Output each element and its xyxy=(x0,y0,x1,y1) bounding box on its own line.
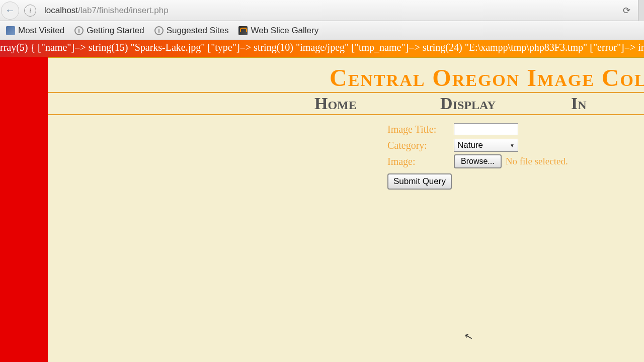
category-select[interactable]: Nature ▼ xyxy=(454,139,518,152)
bookmarks-bar: Most Visited Getting Started Suggested S… xyxy=(0,21,644,40)
bookmark-label: Getting Started xyxy=(87,26,144,36)
file-status-text: No file selected. xyxy=(506,156,568,167)
nav-home[interactable]: Home xyxy=(314,93,440,114)
nav-insert[interactable]: In xyxy=(571,93,587,114)
browse-button[interactable]: Browse... xyxy=(454,154,502,168)
nav-display[interactable]: Display xyxy=(440,93,571,114)
url-bar[interactable]: localhost/lab7/finished/insert.php xyxy=(40,3,619,18)
nav-spacer xyxy=(48,93,314,114)
image-title-input[interactable] xyxy=(454,123,518,135)
bookmark-suggested-sites[interactable]: Suggested Sites xyxy=(150,24,233,38)
form-row-title: Image Title: xyxy=(387,122,568,136)
browser-toolbar: ← i localhost/lab7/finished/insert.php ⟳ xyxy=(0,0,644,21)
php-debug-output: rray(5) { ["name"]=> string(15) "Sparks-… xyxy=(0,40,644,57)
site-info-icon[interactable]: i xyxy=(24,5,36,17)
bookmark-label: Suggested Sites xyxy=(167,26,229,36)
chevron-down-icon: ▼ xyxy=(510,143,515,148)
site-title: Central Oregon Image Coll xyxy=(330,58,644,92)
form-row-image: Image: Browse... No file selected. xyxy=(387,154,568,168)
image-title-label: Image Title: xyxy=(387,124,454,135)
form-row-category: Category: Nature ▼ xyxy=(387,138,568,152)
category-label: Category: xyxy=(387,140,454,151)
url-host: localhost xyxy=(44,6,78,16)
category-selected-value: Nature xyxy=(457,140,483,150)
back-arrow-icon: ← xyxy=(5,5,15,16)
url-path: /lab7/finished/insert.php xyxy=(78,6,169,16)
bookmark-getting-started[interactable]: Getting Started xyxy=(70,24,148,38)
bookmark-label: Web Slice Gallery xyxy=(251,26,318,36)
main-nav: Home Display In xyxy=(48,92,644,115)
mouse-cursor-icon: ↖ xyxy=(463,329,474,343)
globe-icon xyxy=(74,26,84,35)
submit-button[interactable]: Submit Query xyxy=(387,173,452,190)
bookmark-web-slice[interactable]: Web Slice Gallery xyxy=(234,24,323,38)
toolbar-right-edge xyxy=(638,0,644,21)
back-button[interactable]: ← xyxy=(1,2,19,20)
bookmark-label: Most Visited xyxy=(18,26,64,36)
web-slice-icon xyxy=(238,26,248,35)
page-body: Central Oregon Image Coll Home Display I… xyxy=(0,57,644,362)
globe-icon xyxy=(154,26,164,35)
bookmark-icon xyxy=(6,26,15,35)
bookmark-most-visited[interactable]: Most Visited xyxy=(2,24,68,38)
image-file-label: Image: xyxy=(387,156,454,167)
reload-button[interactable]: ⟳ xyxy=(619,5,634,16)
main-content: Central Oregon Image Coll Home Display I… xyxy=(48,57,644,362)
insert-form: Image Title: Category: Nature ▼ Image: B… xyxy=(387,122,568,190)
left-sidebar xyxy=(0,57,48,362)
